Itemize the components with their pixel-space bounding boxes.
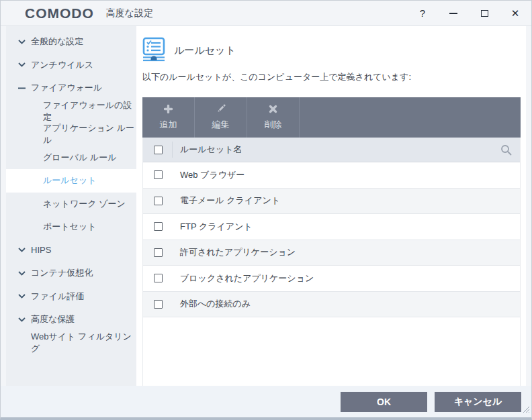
sidebar-item-file-rating[interactable]: ファイル評価: [6, 285, 136, 309]
column-divider: [172, 142, 173, 158]
sidebar-item-general-settings[interactable]: 全般的な設定: [6, 30, 136, 54]
ruleset-name: Web ブラウザー: [180, 169, 245, 181]
chevron-down-icon: [17, 246, 26, 254]
window-controls: ? ✕: [417, 8, 521, 19]
sidebar-item-firewall-settings[interactable]: ファイアウォールの設定: [6, 100, 136, 123]
resize-grip-icon[interactable]: [523, 404, 530, 416]
table-row[interactable]: 外部への接続のみ: [143, 292, 520, 318]
sidebar-item-firewall[interactable]: ファイアウォール: [6, 76, 136, 100]
footer-bar: OK キャンセル: [1, 386, 531, 417]
cancel-button[interactable]: キャンセル: [435, 392, 521, 412]
table-row[interactable]: FTP クライアント: [143, 214, 520, 240]
row-checkbox[interactable]: [154, 170, 163, 179]
comodo-logo: COMODO: [25, 5, 94, 21]
page-header: ルールセット: [142, 38, 521, 63]
help-icon[interactable]: ?: [417, 8, 428, 19]
row-checkbox[interactable]: [154, 197, 163, 205]
chevron-down-icon: [17, 315, 26, 323]
close-icon[interactable]: ✕: [510, 8, 521, 19]
x-icon: [269, 105, 277, 115]
edit-button[interactable]: 編集: [195, 97, 247, 138]
add-button[interactable]: 追加: [142, 97, 195, 138]
pencil-icon: [216, 104, 226, 115]
sidebar-item-application-rules[interactable]: アプリケーション ルール: [6, 123, 136, 146]
sidebar-item-website-filtering[interactable]: Webサイト フィルタリング: [6, 331, 136, 355]
title-bar: COMODO 高度な設定 ? ✕: [1, 1, 531, 26]
table-row[interactable]: 許可されたアプリケーション: [143, 240, 520, 266]
table-row[interactable]: Web ブラウザー: [143, 162, 520, 189]
delete-button[interactable]: 削除: [247, 97, 300, 138]
row-checkbox[interactable]: [154, 222, 163, 231]
table-header: ルールセット名: [143, 138, 520, 162]
toolbar: 追加 編集 削除: [142, 97, 521, 138]
maximize-icon[interactable]: [479, 8, 490, 19]
sidebar-item-antivirus[interactable]: アンチウイルス: [6, 54, 136, 77]
sidebar-item-network-zones[interactable]: ネットワーク ゾーン: [6, 193, 136, 216]
chevron-down-icon: [17, 293, 26, 301]
plus-icon: [164, 105, 173, 115]
row-checkbox[interactable]: [154, 274, 163, 282]
chevron-down-icon: [17, 269, 26, 277]
sidebar-item-advanced-protection[interactable]: 高度な保護: [6, 308, 136, 331]
ok-button[interactable]: OK: [341, 392, 427, 412]
name-column-header: ルールセット名: [180, 144, 242, 156]
page-description: 以下のルールセットが、このコンピューター上で定義されています:: [142, 71, 521, 83]
sidebar-item-containment[interactable]: コンテナ仮想化: [6, 262, 136, 285]
window-title: 高度な設定: [106, 7, 153, 19]
ruleset-name: ブロックされたアプリケーション: [180, 272, 314, 284]
content-panel: ルールセット 以下のルールセットが、このコンピューター上で定義されています: 追…: [136, 26, 526, 386]
advanced-settings-window: COMODO 高度な設定 ? ✕ 全般的な設定 アンチウイルス ファイアウォール: [0, 0, 532, 420]
main-area: 全般的な設定 アンチウイルス ファイアウォール ファイアウォールの設定 アプリケ…: [1, 26, 531, 386]
row-checkbox[interactable]: [154, 300, 163, 309]
sidebar-item-portsets[interactable]: ポートセット: [6, 215, 136, 239]
ruleset-checklist-icon: [142, 37, 165, 64]
ruleset-table: ルールセット名 Web ブラウザー 電子メール クライアント FTP クライアン…: [142, 138, 521, 386]
minimize-icon[interactable]: [448, 8, 459, 19]
sidebar-item-hips[interactable]: HIPS: [6, 239, 136, 262]
ruleset-name: 外部への接続のみ: [180, 298, 251, 310]
search-icon[interactable]: [500, 144, 512, 156]
sidebar-item-rulesets[interactable]: ルールセット: [6, 169, 136, 193]
table-row[interactable]: 電子メール クライアント: [143, 189, 520, 215]
sidebar: 全般的な設定 アンチウイルス ファイアウォール ファイアウォールの設定 アプリケ…: [6, 26, 136, 386]
minus-icon: [17, 84, 26, 92]
chevron-down-icon: [17, 61, 26, 69]
chevron-down-icon: [17, 38, 26, 46]
ruleset-name: 電子メール クライアント: [180, 195, 280, 207]
row-checkbox[interactable]: [154, 248, 163, 257]
ruleset-name: FTP クライアント: [180, 221, 253, 233]
ruleset-name: 許可されたアプリケーション: [180, 246, 296, 258]
table-empty-area: [143, 317, 520, 386]
sidebar-item-global-rules[interactable]: グローバル ルール: [6, 146, 136, 170]
page-title: ルールセット: [174, 44, 236, 57]
table-row[interactable]: ブロックされたアプリケーション: [143, 266, 520, 292]
select-all-checkbox[interactable]: [154, 146, 163, 154]
